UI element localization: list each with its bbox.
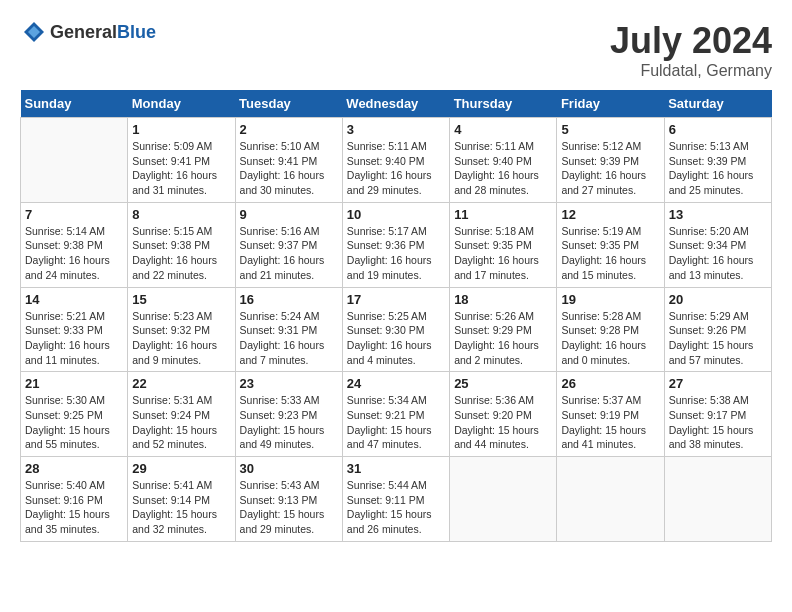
calendar-day-cell [664, 457, 771, 542]
calendar-day-cell: 28Sunrise: 5:40 AMSunset: 9:16 PMDayligh… [21, 457, 128, 542]
weekday-header-wednesday: Wednesday [342, 90, 449, 118]
day-number: 24 [347, 376, 445, 391]
calendar-day-cell: 7Sunrise: 5:14 AMSunset: 9:38 PMDaylight… [21, 202, 128, 287]
day-info: Sunrise: 5:26 AMSunset: 9:29 PMDaylight:… [454, 309, 552, 368]
calendar-day-cell: 16Sunrise: 5:24 AMSunset: 9:31 PMDayligh… [235, 287, 342, 372]
day-info: Sunrise: 5:29 AMSunset: 9:26 PMDaylight:… [669, 309, 767, 368]
day-info: Sunrise: 5:38 AMSunset: 9:17 PMDaylight:… [669, 393, 767, 452]
logo-general-text: General [50, 22, 117, 42]
day-number: 26 [561, 376, 659, 391]
day-number: 20 [669, 292, 767, 307]
day-number: 14 [25, 292, 123, 307]
weekday-header-tuesday: Tuesday [235, 90, 342, 118]
calendar-day-cell: 31Sunrise: 5:44 AMSunset: 9:11 PMDayligh… [342, 457, 449, 542]
day-info: Sunrise: 5:44 AMSunset: 9:11 PMDaylight:… [347, 478, 445, 537]
day-info: Sunrise: 5:40 AMSunset: 9:16 PMDaylight:… [25, 478, 123, 537]
day-number: 25 [454, 376, 552, 391]
calendar-day-cell: 1Sunrise: 5:09 AMSunset: 9:41 PMDaylight… [128, 118, 235, 203]
day-info: Sunrise: 5:34 AMSunset: 9:21 PMDaylight:… [347, 393, 445, 452]
day-info: Sunrise: 5:37 AMSunset: 9:19 PMDaylight:… [561, 393, 659, 452]
day-number: 30 [240, 461, 338, 476]
calendar-day-cell [557, 457, 664, 542]
calendar-day-cell: 11Sunrise: 5:18 AMSunset: 9:35 PMDayligh… [450, 202, 557, 287]
day-number: 19 [561, 292, 659, 307]
weekday-header-row: SundayMondayTuesdayWednesdayThursdayFrid… [21, 90, 772, 118]
calendar-day-cell: 20Sunrise: 5:29 AMSunset: 9:26 PMDayligh… [664, 287, 771, 372]
weekday-header-thursday: Thursday [450, 90, 557, 118]
day-info: Sunrise: 5:14 AMSunset: 9:38 PMDaylight:… [25, 224, 123, 283]
calendar-week-row: 21Sunrise: 5:30 AMSunset: 9:25 PMDayligh… [21, 372, 772, 457]
calendar-day-cell: 3Sunrise: 5:11 AMSunset: 9:40 PMDaylight… [342, 118, 449, 203]
calendar-day-cell: 10Sunrise: 5:17 AMSunset: 9:36 PMDayligh… [342, 202, 449, 287]
calendar-day-cell: 8Sunrise: 5:15 AMSunset: 9:38 PMDaylight… [128, 202, 235, 287]
calendar-day-cell: 4Sunrise: 5:11 AMSunset: 9:40 PMDaylight… [450, 118, 557, 203]
calendar-day-cell: 21Sunrise: 5:30 AMSunset: 9:25 PMDayligh… [21, 372, 128, 457]
day-info: Sunrise: 5:28 AMSunset: 9:28 PMDaylight:… [561, 309, 659, 368]
day-number: 22 [132, 376, 230, 391]
day-number: 15 [132, 292, 230, 307]
day-number: 10 [347, 207, 445, 222]
logo: GeneralBlue [20, 20, 156, 44]
day-info: Sunrise: 5:31 AMSunset: 9:24 PMDaylight:… [132, 393, 230, 452]
calendar-week-row: 7Sunrise: 5:14 AMSunset: 9:38 PMDaylight… [21, 202, 772, 287]
day-info: Sunrise: 5:24 AMSunset: 9:31 PMDaylight:… [240, 309, 338, 368]
day-info: Sunrise: 5:20 AMSunset: 9:34 PMDaylight:… [669, 224, 767, 283]
calendar-day-cell: 2Sunrise: 5:10 AMSunset: 9:41 PMDaylight… [235, 118, 342, 203]
day-number: 28 [25, 461, 123, 476]
day-info: Sunrise: 5:17 AMSunset: 9:36 PMDaylight:… [347, 224, 445, 283]
logo-blue-text: Blue [117, 22, 156, 42]
day-info: Sunrise: 5:11 AMSunset: 9:40 PMDaylight:… [454, 139, 552, 198]
day-number: 9 [240, 207, 338, 222]
day-number: 1 [132, 122, 230, 137]
day-info: Sunrise: 5:18 AMSunset: 9:35 PMDaylight:… [454, 224, 552, 283]
day-number: 12 [561, 207, 659, 222]
day-info: Sunrise: 5:09 AMSunset: 9:41 PMDaylight:… [132, 139, 230, 198]
calendar-day-cell: 26Sunrise: 5:37 AMSunset: 9:19 PMDayligh… [557, 372, 664, 457]
page-header: GeneralBlue July 2024 Fuldatal, Germany [20, 20, 772, 80]
weekday-header-friday: Friday [557, 90, 664, 118]
calendar-week-row: 28Sunrise: 5:40 AMSunset: 9:16 PMDayligh… [21, 457, 772, 542]
calendar-day-cell: 30Sunrise: 5:43 AMSunset: 9:13 PMDayligh… [235, 457, 342, 542]
day-info: Sunrise: 5:19 AMSunset: 9:35 PMDaylight:… [561, 224, 659, 283]
day-number: 8 [132, 207, 230, 222]
title-section: July 2024 Fuldatal, Germany [610, 20, 772, 80]
calendar-day-cell: 25Sunrise: 5:36 AMSunset: 9:20 PMDayligh… [450, 372, 557, 457]
calendar-day-cell: 15Sunrise: 5:23 AMSunset: 9:32 PMDayligh… [128, 287, 235, 372]
calendar-day-cell: 14Sunrise: 5:21 AMSunset: 9:33 PMDayligh… [21, 287, 128, 372]
day-info: Sunrise: 5:12 AMSunset: 9:39 PMDaylight:… [561, 139, 659, 198]
day-number: 21 [25, 376, 123, 391]
day-number: 27 [669, 376, 767, 391]
calendar-day-cell: 27Sunrise: 5:38 AMSunset: 9:17 PMDayligh… [664, 372, 771, 457]
logo-icon [22, 20, 46, 44]
day-info: Sunrise: 5:33 AMSunset: 9:23 PMDaylight:… [240, 393, 338, 452]
day-info: Sunrise: 5:10 AMSunset: 9:41 PMDaylight:… [240, 139, 338, 198]
calendar-day-cell: 22Sunrise: 5:31 AMSunset: 9:24 PMDayligh… [128, 372, 235, 457]
month-year-title: July 2024 [610, 20, 772, 62]
weekday-header-saturday: Saturday [664, 90, 771, 118]
location-subtitle: Fuldatal, Germany [610, 62, 772, 80]
calendar-day-cell: 9Sunrise: 5:16 AMSunset: 9:37 PMDaylight… [235, 202, 342, 287]
calendar-day-cell: 12Sunrise: 5:19 AMSunset: 9:35 PMDayligh… [557, 202, 664, 287]
calendar-week-row: 1Sunrise: 5:09 AMSunset: 9:41 PMDaylight… [21, 118, 772, 203]
calendar-day-cell: 13Sunrise: 5:20 AMSunset: 9:34 PMDayligh… [664, 202, 771, 287]
calendar-day-cell: 6Sunrise: 5:13 AMSunset: 9:39 PMDaylight… [664, 118, 771, 203]
calendar-day-cell [450, 457, 557, 542]
day-number: 13 [669, 207, 767, 222]
day-number: 29 [132, 461, 230, 476]
day-number: 2 [240, 122, 338, 137]
calendar-day-cell: 23Sunrise: 5:33 AMSunset: 9:23 PMDayligh… [235, 372, 342, 457]
day-number: 18 [454, 292, 552, 307]
day-number: 16 [240, 292, 338, 307]
day-number: 3 [347, 122, 445, 137]
day-number: 7 [25, 207, 123, 222]
day-number: 11 [454, 207, 552, 222]
weekday-header-monday: Monday [128, 90, 235, 118]
weekday-header-sunday: Sunday [21, 90, 128, 118]
day-number: 6 [669, 122, 767, 137]
calendar-day-cell: 29Sunrise: 5:41 AMSunset: 9:14 PMDayligh… [128, 457, 235, 542]
day-number: 4 [454, 122, 552, 137]
day-info: Sunrise: 5:43 AMSunset: 9:13 PMDaylight:… [240, 478, 338, 537]
calendar-day-cell: 24Sunrise: 5:34 AMSunset: 9:21 PMDayligh… [342, 372, 449, 457]
day-number: 17 [347, 292, 445, 307]
day-info: Sunrise: 5:36 AMSunset: 9:20 PMDaylight:… [454, 393, 552, 452]
